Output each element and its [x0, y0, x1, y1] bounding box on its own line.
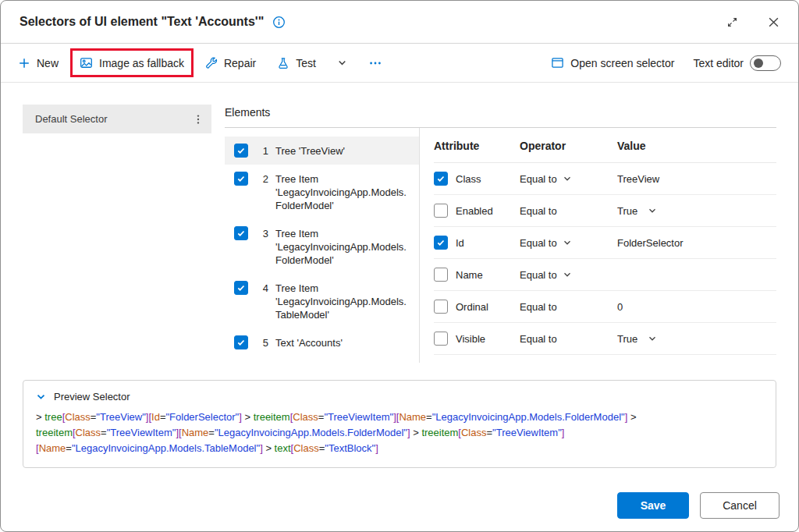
element-label: Tree Item 'LegacyInvoicingApp.Models.Fol…: [275, 227, 411, 267]
open-screen-selector-label: Open screen selector: [570, 57, 674, 69]
test-button[interactable]: Test: [277, 57, 316, 69]
element-row[interactable]: 1 Tree 'TreeView': [225, 137, 419, 165]
kebab-menu-icon[interactable]: [191, 112, 205, 126]
value-text: TreeView: [617, 173, 659, 185]
value-dropdown-icon[interactable]: [648, 334, 657, 343]
cancel-button[interactable]: Cancel: [700, 492, 779, 519]
operator-cell[interactable]: Equal to: [520, 173, 617, 185]
test-button-label: Test: [296, 57, 316, 69]
operator-value: Equal to: [520, 237, 557, 249]
text-editor-toggle[interactable]: [750, 55, 781, 71]
preview-selector-panel: Preview Selector > tree[Class="TreeView"…: [23, 380, 776, 468]
toolbar-right-group: Open screen selector Text editor: [551, 55, 781, 71]
more-button[interactable]: [368, 56, 382, 70]
preview-selector-header: Preview Selector: [36, 391, 763, 403]
beaker-icon: [277, 57, 289, 69]
repair-button[interactable]: Repair: [205, 57, 256, 69]
dialog-title: Selectors of UI element "Text 'Accounts'…: [20, 15, 264, 29]
element-row[interactable]: 2 Tree Item 'LegacyInvoicingApp.Models.F…: [225, 165, 419, 219]
value-cell[interactable]: TreeView: [617, 173, 776, 185]
attribute-checkbox[interactable]: [434, 172, 448, 186]
open-screen-selector-button[interactable]: Open screen selector: [551, 56, 674, 69]
operator-value: Equal to: [520, 205, 557, 217]
chevron-down-icon: [337, 58, 347, 68]
attribute-row: Class Equal to TreeView: [434, 163, 776, 195]
value-cell[interactable]: 0: [617, 301, 776, 313]
value-dropdown-icon[interactable]: [648, 206, 657, 215]
operator-dropdown-icon[interactable]: [563, 174, 572, 183]
value-text: True: [617, 333, 637, 345]
element-label: Tree 'TreeView': [275, 144, 345, 158]
value-text: True: [617, 205, 637, 217]
element-checkbox[interactable]: [234, 144, 248, 158]
preview-code: > tree[Class="TreeView"][Id="FolderSelec…: [36, 410, 763, 456]
screen-selector-icon: [551, 56, 564, 69]
info-icon[interactable]: [272, 16, 286, 29]
operator-value: Equal to: [520, 173, 557, 185]
element-row[interactable]: 3 Tree Item 'LegacyInvoicingApp.Models.F…: [225, 219, 419, 274]
attribute-row: Ordinal Equal to 0: [434, 291, 776, 323]
close-icon[interactable]: [768, 16, 779, 28]
header-value: Value: [617, 140, 776, 152]
attribute-checkbox-cell: [434, 172, 456, 186]
selector-list-panel: Default Selector: [23, 105, 211, 363]
ellipsis-icon: [368, 56, 382, 70]
operator-cell[interactable]: Equal to: [520, 333, 617, 345]
selector-builder-dialog: Selectors of UI element "Text 'Accounts'…: [0, 0, 799, 532]
attribute-name: Enabled: [456, 205, 520, 217]
image-as-fallback-button[interactable]: Image as fallback: [80, 56, 184, 69]
value-cell[interactable]: True: [617, 205, 776, 217]
operator-cell[interactable]: Equal to: [520, 237, 617, 249]
expand-icon[interactable]: [726, 16, 738, 28]
element-row[interactable]: 5 Text 'Accounts': [225, 328, 419, 356]
attribute-checkbox-cell: [434, 332, 456, 346]
value-text: 0: [617, 301, 623, 313]
titlebar-actions: [726, 16, 779, 28]
value-cell[interactable]: FolderSelector: [617, 237, 776, 249]
attribute-checkbox[interactable]: [434, 332, 448, 346]
operator-dropdown-icon[interactable]: [563, 270, 572, 279]
new-button[interactable]: New: [18, 57, 59, 69]
attribute-checkbox[interactable]: [434, 204, 448, 218]
save-button[interactable]: Save: [617, 492, 689, 519]
operator-dropdown-icon[interactable]: [563, 238, 572, 247]
selector-item-label: Default Selector: [35, 113, 108, 125]
attribute-checkbox[interactable]: [434, 300, 448, 314]
value-cell[interactable]: True: [617, 333, 776, 345]
attribute-name: Ordinal: [456, 301, 520, 313]
element-checkbox[interactable]: [234, 335, 248, 349]
operator-cell[interactable]: Equal to: [520, 205, 617, 217]
value-cell[interactable]: [617, 270, 776, 279]
wrench-icon: [205, 57, 218, 69]
selector-item-default[interactable]: Default Selector: [23, 105, 211, 133]
element-number: 1: [259, 144, 268, 158]
attribute-checkbox-cell: [434, 236, 456, 250]
element-label: Tree Item 'LegacyInvoicingApp.Models.Fol…: [275, 172, 411, 212]
image-as-fallback-label: Image as fallback: [99, 57, 184, 69]
attribute-name: Name: [456, 269, 520, 281]
dialog-content: Default Selector Elements 1 Tree 'TreeVi…: [1, 83, 798, 480]
attribute-checkbox[interactable]: [434, 236, 448, 250]
attribute-checkbox[interactable]: [434, 268, 448, 282]
operator-cell[interactable]: Equal to: [520, 269, 617, 281]
panes: Default Selector Elements 1 Tree 'TreeVi…: [23, 105, 776, 363]
element-row[interactable]: 4 Tree Item 'LegacyInvoicingApp.Models.T…: [225, 274, 419, 328]
operator-value: Equal to: [520, 333, 557, 345]
element-number: 3: [259, 227, 268, 240]
test-dropdown-button[interactable]: [337, 58, 347, 68]
attribute-checkbox-cell: [434, 300, 456, 314]
attributes-table-header: Attribute Operator Value: [434, 128, 776, 163]
operator-cell[interactable]: Equal to: [520, 301, 617, 313]
element-checkbox[interactable]: [234, 226, 248, 240]
repair-button-label: Repair: [224, 57, 256, 69]
attribute-row: Enabled Equal to True: [434, 195, 776, 227]
attribute-name: Visible: [456, 333, 520, 345]
attribute-row: Id Equal to FolderSelector: [434, 227, 776, 259]
new-button-label: New: [37, 57, 59, 69]
element-checkbox[interactable]: [234, 281, 248, 295]
element-checkbox[interactable]: [234, 172, 248, 186]
collapse-chevron-icon[interactable]: [36, 392, 46, 402]
element-label: Tree Item 'LegacyInvoicingApp.Models.Tab…: [275, 282, 411, 321]
attribute-checkbox-cell: [434, 268, 456, 282]
titlebar: Selectors of UI element "Text 'Accounts'…: [1, 1, 798, 44]
